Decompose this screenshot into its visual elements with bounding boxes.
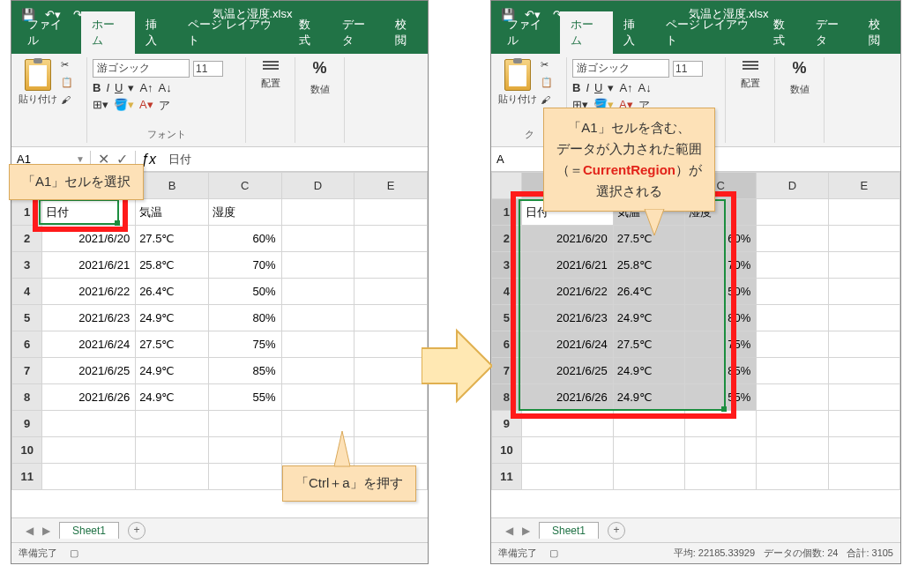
cell[interactable]: 50% (208, 279, 281, 305)
cell[interactable] (828, 199, 899, 226)
sheet-tab[interactable]: Sheet1 (539, 522, 599, 539)
cell[interactable] (136, 411, 209, 437)
cell[interactable] (281, 252, 354, 279)
cell[interactable] (208, 411, 281, 437)
cell[interactable] (521, 464, 613, 490)
tab-insert[interactable]: 挿入 (135, 11, 178, 54)
font-grow-button[interactable]: A↑ (139, 81, 153, 94)
row-header[interactable]: 10 (492, 437, 522, 464)
tab-home[interactable]: ホーム (560, 11, 613, 54)
cell[interactable] (757, 358, 828, 384)
cell[interactable] (208, 437, 281, 464)
cell[interactable] (757, 384, 828, 411)
cell[interactable]: 25.8℃ (136, 252, 209, 279)
tab-page-layout[interactable]: ページ レイアウト (177, 11, 288, 54)
cell[interactable] (828, 411, 899, 437)
tab-home[interactable]: ホーム (81, 11, 135, 54)
border-button[interactable]: ▾ (128, 81, 134, 94)
sheet-tab[interactable]: Sheet1 (59, 522, 119, 539)
font-name-select[interactable]: 游ゴシック (572, 59, 669, 78)
cell[interactable] (757, 199, 828, 226)
col-header-d[interactable]: D (757, 173, 828, 199)
cell[interactable]: 70% (208, 252, 281, 279)
cell[interactable]: 26.4℃ (136, 279, 209, 305)
bold-button[interactable]: B (572, 81, 580, 94)
cell[interactable]: 75% (208, 331, 281, 358)
cell[interactable] (281, 331, 354, 358)
cell[interactable]: 2021/6/21 (42, 252, 136, 279)
cell[interactable] (757, 437, 828, 464)
macro-record-icon[interactable]: ▢ (70, 547, 78, 559)
row-header[interactable]: 7 (12, 358, 42, 384)
copy-icon[interactable]: 📋 (541, 77, 556, 91)
cell[interactable] (354, 305, 428, 331)
cell[interactable]: 気温 (136, 199, 209, 226)
phonetic-button[interactable]: ア (159, 98, 170, 114)
cell[interactable] (208, 464, 281, 490)
cell[interactable] (354, 199, 428, 226)
row-header[interactable]: 10 (12, 437, 42, 464)
cell[interactable] (281, 199, 354, 226)
col-header-e[interactable]: E (354, 173, 428, 199)
cell[interactable] (828, 305, 899, 331)
cell[interactable] (685, 464, 757, 490)
tab-data[interactable]: データ (805, 11, 858, 54)
cell[interactable]: 80% (208, 305, 281, 331)
cell[interactable]: 85% (208, 358, 281, 384)
font-color-button[interactable]: A▾ (139, 98, 153, 114)
cell[interactable]: 55% (208, 384, 281, 411)
row-header[interactable]: 9 (12, 411, 42, 437)
cell[interactable] (828, 464, 899, 490)
macro-record-icon[interactable]: ▢ (549, 547, 558, 559)
cell[interactable] (281, 279, 354, 305)
border-icon[interactable]: ⊞▾ (93, 98, 108, 114)
cell[interactable]: 24.9℃ (136, 358, 209, 384)
cell[interactable] (828, 331, 899, 358)
row-header[interactable]: 5 (12, 305, 42, 331)
cell[interactable] (354, 279, 428, 305)
cell[interactable] (828, 358, 899, 384)
align-icon[interactable] (263, 59, 279, 71)
cell[interactable]: 27.5℃ (136, 226, 209, 252)
italic-button[interactable]: I (586, 81, 589, 94)
worksheet-grid[interactable]: A B C D E 1 日付 気温 湿度 2 2021/6/20 27.5℃ 6… (11, 172, 428, 489)
tab-data[interactable]: データ (332, 11, 385, 54)
cell[interactable]: 2021/6/22 (42, 279, 136, 305)
formula-bar[interactable]: 日付 (161, 150, 198, 169)
border-button[interactable]: ▾ (608, 81, 614, 94)
row-header[interactable]: 11 (12, 464, 42, 490)
percent-icon[interactable]: % (792, 59, 806, 78)
cell[interactable]: 2021/6/25 (42, 358, 136, 384)
tab-formula[interactable]: 数式 (288, 11, 332, 54)
cell[interactable] (757, 464, 828, 490)
cell[interactable] (354, 437, 428, 464)
copy-icon[interactable]: 📋 (61, 77, 77, 91)
cell[interactable] (42, 437, 136, 464)
cell[interactable] (354, 411, 428, 437)
cell[interactable] (136, 464, 209, 490)
row-header[interactable]: 3 (12, 252, 42, 279)
col-header-d[interactable]: D (281, 173, 354, 199)
tab-review[interactable]: 校閲 (858, 11, 900, 54)
cell[interactable] (828, 226, 899, 252)
cell[interactable] (757, 305, 828, 331)
cell[interactable]: 60% (208, 226, 281, 252)
cell[interactable]: 2021/6/26 (42, 384, 136, 411)
underline-button[interactable]: U (115, 81, 123, 94)
tab-review[interactable]: 校閲 (384, 11, 428, 54)
tab-insert[interactable]: 挿入 (613, 11, 655, 54)
cell[interactable]: 2021/6/24 (42, 331, 136, 358)
cell[interactable] (354, 226, 428, 252)
cell[interactable] (757, 331, 828, 358)
format-painter-icon[interactable]: 🖌 (541, 94, 556, 108)
col-header-e[interactable]: E (828, 173, 899, 199)
cell[interactable] (613, 464, 684, 490)
font-shrink-button[interactable]: A↓ (638, 81, 652, 94)
sheet-nav-next[interactable]: ▶ (522, 525, 530, 537)
tab-file[interactable]: ファイル (496, 11, 560, 54)
cell[interactable]: 湿度 (208, 199, 281, 226)
font-size-select[interactable]: 11 (673, 61, 703, 77)
sheet-nav-prev[interactable]: ◀ (505, 525, 513, 537)
worksheet-grid[interactable]: A B C D E 1 日付 気温 湿度 2 2021/6/20 27.5℃ 6… (491, 172, 900, 489)
cut-icon[interactable]: ✂ (541, 59, 556, 73)
